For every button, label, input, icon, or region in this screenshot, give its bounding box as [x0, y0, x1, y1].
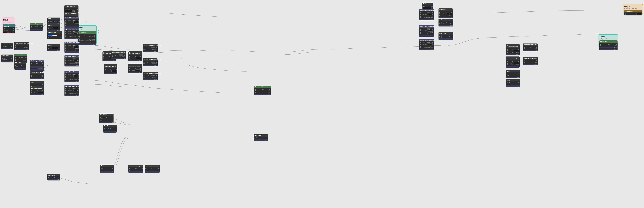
intslider-header[interactable]: ▪ Integer Slider — [47, 31, 62, 34]
sym-str-dec-3: Symbol.StringifyDecimal value string pre… — [64, 42, 80, 53]
va-header[interactable]: Vertical Alignment ▾ — [64, 6, 78, 8]
lgm2-header[interactable]: 4. List.GetItemAtIndex — [128, 64, 142, 67]
ufr-header[interactable]: Units — [506, 70, 520, 72]
document-current-node: Document.Current Document AUTO — [1, 43, 13, 49]
lgm1-header[interactable]: 4. List.GetItemAtIndex — [128, 51, 142, 55]
python-script-main: Python Script IN[0] IN[1] IN[2] AUTO — [254, 86, 271, 95]
ssf1-header[interactable]: Symbol.StringifyDecimal — [419, 9, 434, 12]
up2-header[interactable]: Utilities.ParseExpressionByUnit — [143, 58, 158, 61]
ssf2-label: Symbol.StringifyDecimal — [420, 26, 434, 27]
list-getitem-far2: 4. List.GetItemAtIndex list index 0 OUT … — [506, 57, 520, 68]
lgf1-header[interactable]: 4. List.GetItemAtIndex — [506, 44, 520, 48]
point-z-node: Point.Z point document AUTO — [47, 44, 60, 51]
ufr2-header[interactable]: Units — [506, 79, 520, 81]
action1-subtitle: Panel Dialog — [78, 29, 95, 31]
int-slider-input[interactable] — [48, 34, 57, 37]
ucf1-label: Utilities.ConvertByUnits — [524, 44, 537, 45]
cbr2-code: [1.x, 1.y];[1.w, 1.h]; — [441, 35, 448, 38]
input-panel-subtitle: Select Text Element — [3, 22, 14, 23]
python-action2-label: Python Script — [600, 41, 608, 42]
element-out-port — [13, 30, 14, 31]
cbc-code: 1.P1; — [102, 117, 105, 118]
output-panel-subtitle: Output to Dynamo Player — [624, 8, 641, 9]
py-left-header[interactable]: Python Script — [30, 23, 43, 25]
ssf3-header[interactable]: Symbol.StringifyDecimal — [419, 39, 434, 41]
py-header[interactable]: Point.Y — [47, 24, 60, 26]
ucf1-header[interactable]: Utilities.ConvertByUnits — [523, 44, 538, 46]
cbr1-header[interactable]: Code Block — [438, 19, 454, 21]
select-text-element-header[interactable]: Select Text Element — [3, 24, 15, 27]
cbr1-label: Code Block — [440, 19, 446, 21]
cb-left-header[interactable]: 1 Code Block — [14, 62, 26, 64]
cbbl-header[interactable]: Code Block — [47, 174, 60, 176]
python-a1-header[interactable]: Python Script — [78, 31, 96, 34]
string-node: String String — [422, 3, 433, 10]
px-header[interactable]: Point.X — [47, 18, 60, 20]
integer-slider-node: ▪ Integer Slider 3 — [47, 31, 62, 39]
py-btm-label: Python Script — [15, 54, 23, 56]
select-out-port — [13, 28, 14, 29]
uc2-header[interactable]: Utilities.ConvertByUnits — [128, 165, 143, 167]
lgm1-label: 4. List.GetItemAtIndex — [129, 52, 141, 54]
va-select[interactable]: Middle Top Bottom — [65, 10, 72, 12]
list-getitem-mid1: 4. List.GetItemAtIndex list index 0 AUTO — [128, 51, 142, 61]
lgf2-header[interactable]: 4. List.GetItemAtIndex — [506, 57, 520, 60]
sym-str-far2: Symbol.StringifyDecimal value string pre… — [419, 25, 434, 37]
cbc-header[interactable]: Code Block — [99, 114, 114, 116]
doc-current-header[interactable]: Document.Current — [1, 43, 13, 45]
sj-header[interactable]: String.Join — [438, 9, 453, 11]
py-main-label: Python Script — [255, 86, 263, 88]
py-left-label: Python Script — [31, 23, 38, 25]
lg2-header[interactable]: 4. List.GetItemAtIndex — [30, 86, 44, 89]
point-y-node: Point.Y point double AUTO — [47, 24, 60, 31]
ssf2-header[interactable]: Symbol.StringifyDecimal — [419, 25, 434, 28]
ssd3-header[interactable]: Symbol.StringifyDecimal — [64, 42, 80, 44]
upc-header[interactable]: Utilities.ParseExpressionByUnit — [111, 51, 126, 54]
py-btm-header[interactable]: Python Script — [14, 54, 27, 56]
cbc-code2: 1.P2; — [100, 118, 103, 119]
up2-label: Utilities.ParseExpressionByUnit — [144, 59, 162, 60]
ssd5-header[interactable]: Symbol.StringifyDecimal — [64, 71, 80, 73]
ssd1-header[interactable]: Symbol.StringifyDecimal — [64, 17, 80, 19]
sbu-label: Symbol.SymbolsByUnit — [31, 60, 44, 62]
ssd6-header[interactable]: Symbol.StringifyDecimal — [64, 85, 80, 87]
string-input[interactable] — [422, 7, 432, 9]
uc3-header[interactable]: Utilities.ConvertByUnits — [145, 165, 160, 167]
cbl-header[interactable]: Code Block — [103, 125, 117, 127]
dim-field[interactable]: list — [636, 13, 642, 15]
up1-header[interactable]: Utilities.ParseExpressionByUnit — [143, 44, 158, 47]
str-header[interactable]: String — [422, 3, 433, 5]
doc-unit-header[interactable]: Document.UnitTypeBySpecType — [14, 42, 29, 45]
spec-types-label: Spec.Types — [2, 55, 8, 56]
select-text-element-label: Select Text Element — [4, 24, 14, 27]
uc-header[interactable]: Units — [100, 165, 114, 167]
utils-parse-1: Utilities.ParseExpressionByUnit targetUn… — [143, 44, 158, 52]
cbr2-header[interactable]: Code Block — [438, 32, 454, 35]
ha-header[interactable]: Horizontal Alignment ▾ — [64, 12, 78, 16]
pz-header[interactable]: Point.Z — [47, 44, 60, 47]
uc1-header[interactable]: Utilities.ConvertByUnits — [30, 71, 44, 74]
ucf2-header[interactable]: Utilities.ConvertByUnits — [523, 57, 538, 60]
lg2-label: 4. List.GetItemAtIndex — [31, 86, 43, 89]
up3-header[interactable]: Utilities.ParseExpressionByUnit — [143, 72, 158, 74]
cbrc-header[interactable]: Code Block — [254, 134, 268, 137]
ssf3-label: Symbol.StringifyDecimal — [420, 40, 434, 41]
sbu-header[interactable]: Symbol.SymbolsByUnit — [30, 60, 44, 62]
cb-left-code2: 1.P2; — [15, 66, 18, 67]
code-block-right2: Code Block [1.x, 1.y];[1.w, 1.h]; AUTO — [438, 32, 454, 40]
code-block-right-center: Code Block 0.0; AUTO — [254, 134, 268, 141]
units-l-label: Units — [31, 82, 34, 83]
dimensions-header[interactable]: 3. Dimensions — [624, 10, 642, 13]
ssd2-header[interactable]: Symbol.StringifyDecimal — [64, 28, 80, 30]
list-getitem-far1: 4. List.GetItemAtIndex list index 0 OUT … — [506, 44, 520, 55]
lga1-header[interactable]: 4. List.GetItemAtIndex — [104, 64, 118, 68]
spec-types-header[interactable]: Spec.Types — [1, 55, 13, 57]
ssd4-header[interactable]: Symbol.StringifyDecimal — [64, 55, 80, 58]
va-label: Vertical Alignment ▾ — [65, 6, 76, 7]
string-join-node: String.Join separator strings string str… — [438, 9, 453, 18]
py-main-header[interactable]: Python Script — [254, 86, 271, 88]
units-l-header[interactable]: Units — [30, 81, 44, 84]
sym-str-far3: Symbol.StringifyDecimal value string pre… — [419, 39, 434, 50]
lgf2-label: 4. List.GetItemAtIndex — [507, 57, 519, 60]
python-action2-header[interactable]: Python Script — [599, 40, 618, 43]
